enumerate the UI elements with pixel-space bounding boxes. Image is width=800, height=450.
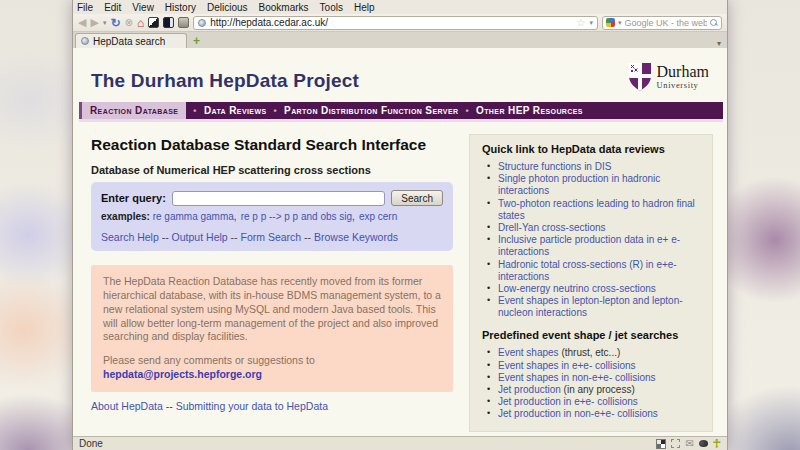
navigation-toolbar: ◀ ▶ ▾ ↻ ⊗ ⌂ ☆ ▾ ▾ xyxy=(73,14,727,32)
example-query-link[interactable]: re gamma gamma xyxy=(153,211,234,222)
menu-item[interactable]: View xyxy=(132,2,154,13)
menu-item[interactable]: File xyxy=(77,2,93,13)
tab-bar: HepData search + ▾ xyxy=(73,32,727,48)
bug-icon[interactable] xyxy=(699,440,708,447)
menu-item[interactable]: Delicious xyxy=(207,2,248,13)
review-link[interactable]: Single photon production in hadronic int… xyxy=(498,173,660,196)
menu-item[interactable]: History xyxy=(165,2,196,13)
menu-item[interactable]: Help xyxy=(354,2,375,13)
about-link[interactable]: Submitting your data to HepData xyxy=(176,400,328,412)
url-input[interactable] xyxy=(210,17,572,28)
review-link[interactable]: Drell-Yan cross-sections xyxy=(498,222,606,233)
review-link[interactable]: Two-photon reactions leading to hadron f… xyxy=(498,198,695,221)
review-link[interactable]: Inclusive particle production data in e+… xyxy=(498,234,680,257)
extension-icon-2[interactable] xyxy=(163,17,174,28)
sidebar: Quick link to HepData data reviews Struc… xyxy=(469,132,713,432)
help-link[interactable]: Form Search xyxy=(240,231,301,243)
nav-item[interactable]: Data Reviews xyxy=(204,105,267,116)
help-link[interactable]: Browse Keywords xyxy=(314,231,398,243)
reviews-list: Structure functions in DISSingle photon … xyxy=(496,161,702,319)
list-item: Hadronic total cross-sections (R) in e+e… xyxy=(496,259,702,283)
search-magnifier-icon[interactable] xyxy=(710,19,718,27)
list-item: Structure functions in DIS xyxy=(496,161,702,173)
bullet-separator: • xyxy=(274,106,278,116)
history-dropdown-icon[interactable]: ▾ xyxy=(103,19,107,27)
chart-icon[interactable] xyxy=(656,439,666,449)
predefined-link[interactable]: Event shapes in non-e+e- collisions xyxy=(498,372,656,383)
nav-item[interactable]: Other HEP Resources xyxy=(476,105,583,116)
home-button[interactable]: ⌂ xyxy=(137,17,144,29)
list-item: Jet production in e+e- collisions xyxy=(496,396,702,408)
review-link[interactable]: Event shapes in lepton-lepton and lepton… xyxy=(498,295,683,318)
list-item: Single photon production in hadronic int… xyxy=(496,173,702,197)
menu-item[interactable]: Tools xyxy=(320,2,343,13)
web-search-box[interactable]: ▾ xyxy=(602,16,722,30)
engine-dropdown-icon[interactable]: ▾ xyxy=(618,19,622,27)
status-bar: Done ✉ ☥ xyxy=(73,436,727,450)
help-link[interactable]: Output Help xyxy=(172,231,228,243)
ankh-icon[interactable]: ☥ xyxy=(713,438,721,449)
review-link[interactable]: Hadronic total cross-sections (R) in e+e… xyxy=(498,259,677,282)
list-item: Inclusive particle production data in e+… xyxy=(496,234,702,258)
browser-window: FileEditViewHistoryDeliciousBookmarksToo… xyxy=(72,0,728,450)
about-link[interactable]: About HepData xyxy=(91,400,163,412)
example-query-link[interactable]: re p p --> p p and obs sig xyxy=(241,211,352,222)
delicious-tag-icon[interactable] xyxy=(178,17,189,28)
list-item: Jet production in non-e+e- collisions xyxy=(496,408,702,420)
list-item: Drell-Yan cross-sections xyxy=(496,222,702,234)
list-all-tabs-icon[interactable]: ▾ xyxy=(717,39,723,48)
help-links-row: -- Search Help -- Output Help -- Form Se… xyxy=(101,231,443,243)
query-panel: Enter query: Search examples: ,re gamma … xyxy=(91,182,453,251)
help-link[interactable]: Search Help xyxy=(101,231,159,243)
forward-button[interactable]: ▶ xyxy=(90,17,98,28)
review-link[interactable]: Low-energy neutrino cross-sections xyxy=(498,283,656,294)
tab-favicon xyxy=(81,37,89,45)
site-favicon xyxy=(198,19,206,27)
list-item: Event shapes in e+e- collisions xyxy=(496,360,702,372)
primary-navbar: Reaction Database •Data Reviews•Parton D… xyxy=(79,102,723,119)
url-bar[interactable]: ☆ ▾ xyxy=(193,16,598,30)
reload-button[interactable]: ↻ xyxy=(110,17,120,29)
list-item: Event shapes in non-e+e- collisions xyxy=(496,372,702,384)
nav-rest: •Data Reviews•Parton Distribution Functi… xyxy=(186,102,583,119)
page-title: Reaction Database Standard Search Interf… xyxy=(91,136,453,154)
sidebar-box: Quick link to HepData data reviews Struc… xyxy=(469,134,713,432)
url-dropdown-icon[interactable]: ▾ xyxy=(589,19,593,27)
predefined-heading: Predefined event shape / jet searches xyxy=(482,329,702,341)
reviews-heading: Quick link to HepData data reviews xyxy=(482,143,702,155)
nav-item[interactable]: Parton Distribution Function Server xyxy=(284,105,458,116)
extension-icon-1[interactable] xyxy=(148,17,159,28)
list-item: Low-energy neutrino cross-sections xyxy=(496,283,702,295)
new-tab-button[interactable]: + xyxy=(193,34,200,48)
predefined-link[interactable]: Jet production xyxy=(498,384,561,395)
bullet-separator: • xyxy=(193,106,197,116)
bookmark-star-icon[interactable]: ☆ xyxy=(577,18,586,28)
stop-button[interactable]: ⊗ xyxy=(125,17,133,28)
notice-email-link[interactable]: hepdata@projects.hepforge.org xyxy=(103,368,262,380)
notice-panel: The HepData Reaction Database has recent… xyxy=(91,265,453,392)
predefined-link[interactable]: Jet production in non-e+e- collisions xyxy=(498,408,658,419)
google-engine-icon[interactable] xyxy=(606,18,615,27)
mail-icon[interactable]: ✉ xyxy=(685,439,693,449)
notice-contact-line: Please send any comments or suggestions … xyxy=(103,354,441,382)
durham-logo-sub: University xyxy=(657,81,709,90)
predefined-list: Event shapes (thrust, etc...)Event shape… xyxy=(496,347,702,420)
tab-hepdata-search[interactable]: HepData search xyxy=(75,33,187,48)
list-item: Event shapes (thrust, etc...) xyxy=(496,347,702,359)
about-links-row: -- About HepData -- Submitting your data… xyxy=(91,400,453,412)
selection-frame-icon[interactable] xyxy=(671,439,680,448)
predefined-link[interactable]: Event shapes xyxy=(498,347,559,358)
search-button[interactable]: Search xyxy=(391,190,443,206)
predefined-link[interactable]: Jet production in e+e- collisions xyxy=(498,396,638,407)
example-query-link[interactable]: exp cern xyxy=(359,211,397,222)
menu-item[interactable]: Edit xyxy=(104,2,121,13)
predefined-suffix: (thrust, etc...) xyxy=(559,347,621,358)
predefined-link[interactable]: Event shapes in e+e- collisions xyxy=(498,360,636,371)
review-link[interactable]: Structure functions in DIS xyxy=(498,161,611,172)
back-button[interactable]: ◀ xyxy=(78,17,86,28)
web-search-input[interactable] xyxy=(625,18,707,28)
page-subtitle: Database of Numerical HEP scattering cro… xyxy=(91,164,453,176)
query-input[interactable] xyxy=(172,191,386,206)
nav-item-reaction-database[interactable]: Reaction Database xyxy=(79,102,186,119)
menu-item[interactable]: Bookmarks xyxy=(259,2,309,13)
